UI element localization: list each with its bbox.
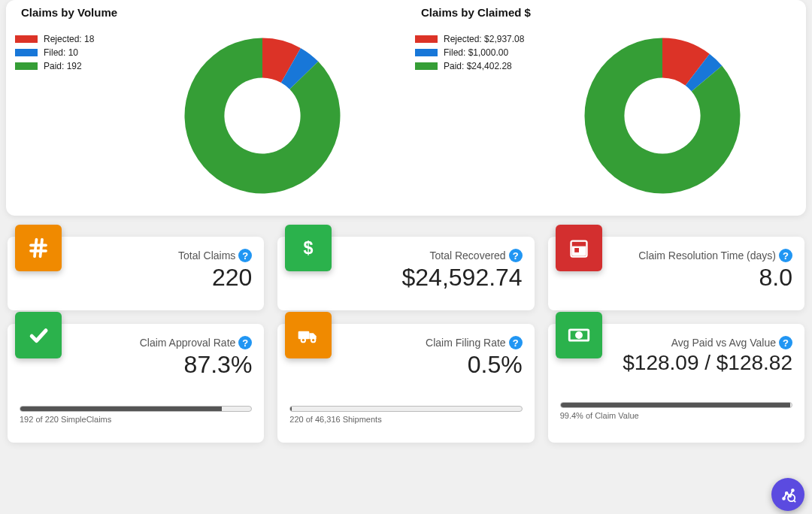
help-icon[interactable]: ? <box>509 249 523 262</box>
legend-label: Filed: $1,000.00 <box>444 47 508 58</box>
metric-title: Total Claims <box>178 249 235 262</box>
metric-total-claims: Total Claims? 220 <box>8 237 264 310</box>
metric-approval-rate: Claim Approval Rate? 87.3% 192 of 220 Si… <box>8 324 264 443</box>
charts-card: Claims by Volume Rejected: 18 Filed: 10 … <box>6 0 806 216</box>
progress-bar <box>20 406 252 412</box>
truck-icon <box>285 312 332 358</box>
svg-point-11 <box>311 338 315 342</box>
metric-title: Claim Resolution Time (days) <box>638 249 776 262</box>
legend-label: Filed: 10 <box>44 47 78 58</box>
progress-bar <box>560 402 792 408</box>
legend-volume: Rejected: 18 Filed: 10 Paid: 192 <box>15 29 128 74</box>
svg-point-10 <box>301 338 305 342</box>
progress-caption: 220 of 46,316 Shipments <box>289 415 522 424</box>
legend-item[interactable]: Filed: 10 <box>15 47 128 58</box>
help-icon[interactable]: ? <box>238 249 252 262</box>
hash-icon <box>15 225 62 271</box>
help-icon[interactable]: ? <box>509 336 523 349</box>
help-icon[interactable]: ? <box>779 336 792 349</box>
chart-title: Claims by Claimed $ <box>421 6 797 19</box>
metric-resolution-time: Claim Resolution Time (days)? 8.0 <box>548 237 804 310</box>
svg-point-13 <box>576 332 581 337</box>
legend-claimed: Rejected: $2,937.08 Filed: $1,000.00 Pai… <box>415 29 528 74</box>
svg-text:$: $ <box>304 238 314 258</box>
progress-bar <box>289 406 522 412</box>
metric-title: Claim Filing Rate <box>426 337 506 349</box>
svg-line-2 <box>35 240 37 257</box>
chart-title: Claims by Volume <box>21 6 397 19</box>
legend-item[interactable]: Paid: 192 <box>15 61 128 71</box>
calendar-icon <box>556 225 602 271</box>
check-icon <box>15 312 62 358</box>
metrics-grid: Total Claims? 220 $ Total Recovered? $24… <box>0 216 812 443</box>
metric-avg-paid: Avg Paid vs Avg Value? $128.09 / $128.82… <box>548 324 804 443</box>
legend-label: Paid: 192 <box>44 61 82 71</box>
legend-item[interactable]: Rejected: 18 <box>15 34 128 44</box>
progress-caption: 192 of 220 SimpleClaims <box>20 415 252 424</box>
help-icon[interactable]: ? <box>238 336 252 349</box>
money-icon <box>556 312 602 358</box>
svg-rect-6 <box>571 242 586 246</box>
metric-title: Avg Paid vs Avg Value <box>671 337 776 349</box>
fab-button[interactable] <box>771 478 804 511</box>
legend-label: Paid: $24,402.28 <box>444 61 512 71</box>
chart-volume: Claims by Volume Rejected: 18 Filed: 10 … <box>6 5 406 202</box>
legend-item[interactable]: Rejected: $2,937.08 <box>415 34 528 44</box>
svg-line-19 <box>794 500 795 502</box>
legend-item[interactable]: Filed: $1,000.00 <box>415 47 528 58</box>
metric-filing-rate: Claim Filing Rate? 0.5% 220 of 46,316 Sh… <box>277 324 534 443</box>
dollar-icon: $ <box>285 225 332 271</box>
metric-title: Total Recovered <box>429 249 505 262</box>
progress-caption: 99.4% of Claim Value <box>560 411 792 420</box>
metric-total-recovered: $ Total Recovered? $24,592.74 <box>277 237 534 310</box>
svg-rect-8 <box>574 248 579 252</box>
donut-chart-volume <box>176 29 349 202</box>
legend-label: Rejected: 18 <box>44 34 94 44</box>
svg-line-3 <box>41 240 43 257</box>
help-icon[interactable]: ? <box>779 249 792 262</box>
legend-label: Rejected: $2,937.08 <box>444 34 524 44</box>
donut-chart-claimed <box>576 29 749 202</box>
metric-title: Claim Approval Rate <box>140 337 236 349</box>
legend-item[interactable]: Paid: $24,402.28 <box>415 61 528 71</box>
chart-claimed: Claims by Claimed $ Rejected: $2,937.08 … <box>406 5 806 202</box>
